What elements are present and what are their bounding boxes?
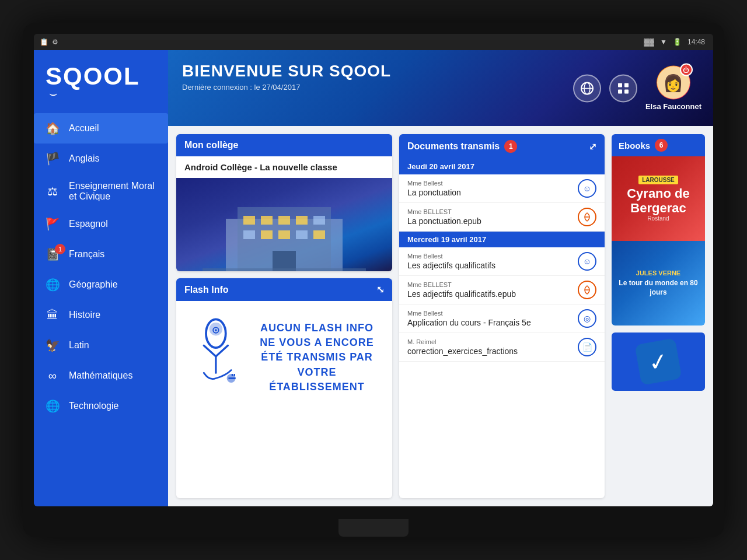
- clipboard-icon: 📋: [40, 38, 48, 46]
- header-actions: 👩 ⏻ Elsa Fauconnet: [573, 66, 701, 111]
- avatar-container[interactable]: 👩 ⏻: [657, 66, 690, 100]
- docs-expand-icon[interactable]: ⤢: [589, 141, 596, 152]
- globe2-icon: 🌐: [44, 398, 61, 414]
- larousse-badge: LAROUSSE: [638, 176, 678, 184]
- date-row-1: Jeudi 20 avril 2017: [399, 159, 605, 174]
- sidebar-label-espagnol: Espagnol: [69, 219, 108, 229]
- sidebar-label-emc: Enseignement Moral et Civique: [69, 181, 158, 202]
- sidebar-item-accueil[interactable]: 🏠 Accueil: [34, 113, 168, 144]
- doc-name-5: Application du cours - Français 5e: [407, 318, 531, 327]
- jules-verne-badge: JULES VERNE: [636, 270, 680, 276]
- svg-rect-14: [243, 230, 255, 239]
- ebook-cyrano[interactable]: LAROUSSE Cyrano de Bergerac Rostand: [612, 156, 705, 241]
- doc-name-3: Les adjectifs qualificatifs: [407, 261, 495, 270]
- sidebar-label-francais: Français: [69, 249, 104, 260]
- doc-sender-1: Mme Bellest: [407, 180, 461, 187]
- sidebar-label-histoire: Histoire: [69, 310, 100, 320]
- clock: 14:48: [687, 38, 705, 46]
- doc-sender-2: Mme BELLEST: [407, 208, 481, 215]
- flag2-icon: 🚩: [44, 216, 61, 232]
- ebook-cyrano-title: Cyrano de Bergerac: [616, 187, 700, 215]
- sidebar-item-anglais[interactable]: 🏴 Anglais: [34, 144, 168, 174]
- svg-rect-15: [261, 230, 273, 239]
- college-title-label: Mon collège: [184, 140, 238, 150]
- doc-item-5: Mme Bellest Application du cours - Franç…: [399, 304, 605, 333]
- doc-item-2: Mme BELLEST La ponctuation.epub: [399, 203, 605, 232]
- flash-expand-icon[interactable]: ⤡: [376, 284, 384, 295]
- page-title: BIENVENUE SUR SQOOL: [182, 62, 391, 80]
- status-bar-right: ▓▓ ▼ 🔋 14:48: [644, 34, 705, 50]
- svg-rect-13: [313, 216, 325, 225]
- doc-sender-5: Mme Bellest: [407, 310, 531, 317]
- scale-icon: ⚖: [44, 183, 61, 200]
- logo-smile: ⌣: [49, 86, 57, 102]
- sidebar-item-histoire[interactable]: 🏛 Histoire: [34, 300, 168, 330]
- doc-icon-4[interactable]: [578, 281, 596, 299]
- doc-icon-3[interactable]: ☺: [578, 252, 596, 271]
- date-row-2: Mercredi 19 avril 2017: [399, 232, 605, 247]
- status-bar-left: 📋 ⚙: [40, 38, 58, 46]
- status-bar: 📋 ⚙ ▓▓ ▼ 🔋 14:48: [34, 34, 713, 50]
- svg-rect-9: [243, 216, 255, 225]
- settings-icon: ⚙: [52, 38, 58, 46]
- quiz-card[interactable]: ✓: [612, 332, 705, 391]
- main-content: BIENVENUE SUR SQOOL Dernière connexion :…: [168, 50, 713, 506]
- svg-rect-5: [618, 89, 622, 93]
- doc-item-3: Mme Bellest Les adjectifs qualificatifs …: [399, 247, 605, 276]
- home-icon: 🏠: [44, 120, 61, 136]
- svg-rect-12: [296, 216, 308, 225]
- sidebar-item-francais[interactable]: 📓 1 Français: [34, 239, 168, 270]
- svg-rect-20: [203, 268, 366, 271]
- ebook-verne-title: Le tour du monde en 80 jours: [616, 279, 700, 297]
- eagle-icon: 🦅: [44, 337, 61, 354]
- sidebar-label-geo: Géographie: [69, 279, 118, 290]
- monitor-stand: [338, 519, 409, 537]
- svg-rect-19: [273, 251, 296, 271]
- svg-rect-10: [261, 216, 273, 225]
- mon-college-card: Mon collège Android Collège - La nouvell…: [176, 134, 392, 271]
- ebook-cyrano-author: Rostand: [647, 215, 669, 222]
- svg-rect-6: [624, 89, 629, 93]
- doc-icon-1[interactable]: ☺: [578, 179, 596, 198]
- flash-info-header: Flash Info ⤡: [176, 278, 392, 301]
- infinity-icon: ∞: [44, 368, 61, 384]
- flash-info-body: AUCUN FLASH INFO NE VOUS A ENCORE ÉTÉ TR…: [176, 301, 392, 414]
- documents-header: Documents transmis 1 ⤢: [399, 134, 605, 159]
- svg-point-24: [215, 329, 217, 331]
- globe-button[interactable]: [573, 74, 601, 102]
- sidebar-item-techno[interactable]: 🌐 Technologie: [34, 391, 168, 421]
- sidebar-item-espagnol[interactable]: 🚩 Espagnol: [34, 209, 168, 239]
- last-login: Dernière connexion : le 27/04/2017: [182, 83, 391, 92]
- col-left: Mon collège Android Collège - La nouvell…: [176, 134, 392, 498]
- building-svg: [203, 201, 366, 271]
- sidebar-label-latin: Latin: [69, 340, 89, 351]
- ebooks-badge: 6: [655, 139, 668, 152]
- flash-info-title: Flash Info: [184, 285, 229, 295]
- doc-name-6: correction_exercices_fractions: [407, 346, 518, 356]
- doc-icon-6[interactable]: 📄: [578, 338, 596, 356]
- sidebar-item-maths[interactable]: ∞ Mathématiques: [34, 360, 168, 391]
- flag-icon: 🏴: [44, 150, 61, 167]
- logo-text: SQOOL: [46, 64, 140, 89]
- svg-rect-16: [278, 230, 290, 239]
- pillar-icon: 🏛: [44, 307, 61, 323]
- power-icon: ⏻: [680, 64, 693, 76]
- col-right: Ebooks 6 LAROUSSE Cyrano de Bergerac Ros…: [612, 134, 705, 498]
- doc-sender-3: Mme Bellest: [407, 253, 495, 260]
- sidebar-item-emc[interactable]: ⚖ Enseignement Moral et Civique: [34, 174, 168, 209]
- sidebar-item-geographie[interactable]: 🌐 Géographie: [34, 270, 168, 300]
- checkmark-icon: ✓: [634, 338, 682, 385]
- documents-badge: 1: [504, 140, 517, 153]
- ebook-julisverne[interactable]: JULES VERNE Le tour du monde en 80 jours: [612, 241, 705, 326]
- user-area: 👩 ⏻ Elsa Fauconnet: [645, 66, 701, 111]
- college-card-header: Mon collège: [176, 134, 392, 156]
- svg-rect-3: [618, 83, 622, 87]
- grid-button[interactable]: [609, 74, 637, 102]
- doc-icon-2[interactable]: [578, 208, 596, 226]
- microphone-svg: [186, 313, 244, 400]
- sidebar-item-latin[interactable]: 🦅 Latin: [34, 330, 168, 360]
- header: BIENVENUE SUR SQOOL Dernière connexion :…: [168, 50, 713, 126]
- doc-icon-5[interactable]: ◎: [578, 309, 596, 328]
- sidebar-label-techno: Technologie: [69, 401, 118, 411]
- signal-icon: ▼: [660, 38, 667, 46]
